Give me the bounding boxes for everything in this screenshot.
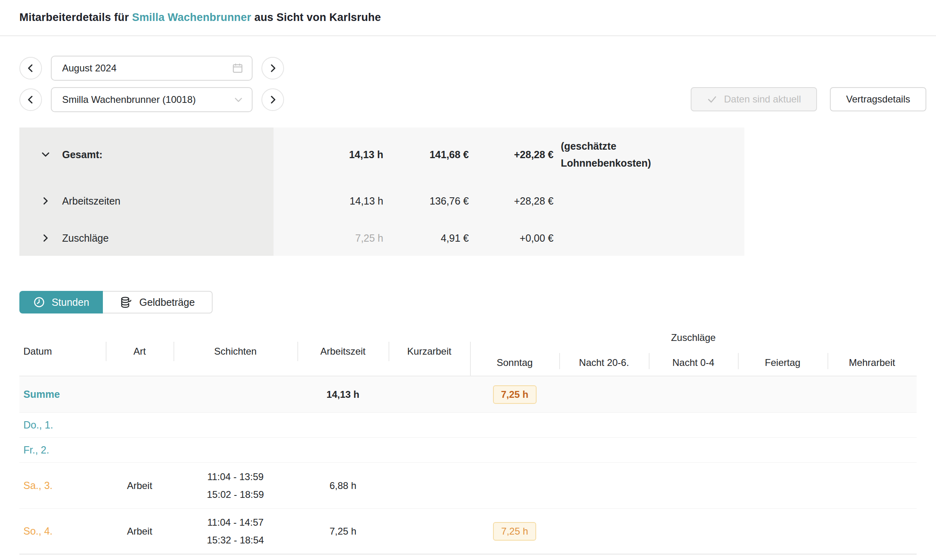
arbeitszeiten-toggle[interactable]: Arbeitszeiten (19, 182, 274, 220)
column-divider (827, 353, 828, 369)
arbeitszeiten-hours: 14,13 h (274, 195, 383, 207)
date-link[interactable]: Do., 1. (19, 419, 106, 431)
summary-row-gesamt: Gesamt: 14,13 h 141,68 € +28,28 € (gesch… (19, 127, 744, 182)
summe-arbeitszeit: 14,13 h (297, 389, 389, 400)
column-divider (173, 342, 174, 361)
date-link[interactable]: Fr., 2. (19, 444, 106, 456)
clock-icon (33, 296, 45, 308)
arbeitszeit-cell: 7,25 h (297, 526, 389, 537)
gesamt-toggle[interactable]: Gesamt: (19, 127, 274, 182)
col-header-art: Art (106, 326, 173, 376)
zuschlaege-amount: 4,91 € (383, 232, 469, 244)
col-header-schichten: Schichten (173, 326, 297, 376)
arbeitszeiten-label: Arbeitszeiten (62, 195, 121, 207)
column-divider (297, 342, 298, 361)
month-input[interactable] (62, 63, 227, 74)
column-divider (106, 342, 107, 361)
month-nav-row (19, 56, 926, 81)
art-cell: Arbeit (106, 480, 173, 491)
date-link[interactable]: So., 4. (19, 525, 106, 537)
column-divider (649, 353, 650, 369)
table-row: Do., 1. (19, 413, 917, 438)
col-header-nacht-20-6: Nacht 20-6. (559, 349, 648, 376)
controls-section: Smilla Wachenbrunner (10018) Daten sind … (19, 56, 926, 112)
prev-employee-button[interactable] (19, 88, 42, 111)
col-header-datum: Datum (19, 326, 106, 376)
table-header: Datum Art Schichten Arbeitszeit Kurzarbe… (19, 326, 917, 376)
arbeitszeiten-amount: 136,76 € (383, 195, 469, 207)
column-divider (738, 353, 739, 369)
date-link[interactable]: Sa., 3. (19, 480, 106, 491)
gesamt-amount: 141,68 € (383, 149, 469, 161)
chevron-right-icon (40, 196, 51, 206)
col-header-arbeitszeit: Arbeitszeit (297, 326, 389, 376)
month-picker-field[interactable] (51, 56, 253, 81)
gesamt-extra: +28,28 € (469, 149, 554, 161)
hours-table: Datum Art Schichten Arbeitszeit Kurzarbe… (19, 326, 917, 555)
col-header-mehrarbeit: Mehrarbeit (827, 349, 917, 376)
tab-geldbetraege-label: Geldbeträge (139, 297, 195, 308)
data-current-label: Daten sind aktuell (724, 94, 801, 105)
chevron-right-icon (268, 63, 278, 73)
summary-row-arbeitszeiten: Arbeitszeiten 14,13 h 136,76 € +28,28 € (19, 182, 744, 220)
header-actions: Daten sind aktuell Vertragsdetails (691, 87, 926, 111)
summary-panel: Gesamt: 14,13 h 141,68 € +28,28 € (gesch… (19, 127, 744, 256)
sonntag-total-badge: 7,25 h (493, 385, 537, 404)
chevron-left-icon (26, 63, 36, 73)
chevron-right-icon (40, 233, 51, 243)
view-tabs: Stunden Geldbeträge (19, 291, 936, 313)
summe-label: Summe (19, 389, 106, 400)
sonntag-badge: 7,25 h (493, 522, 536, 541)
summary-row-zuschlaege: Zuschläge 7,25 h 4,91 € +0,00 € (19, 220, 744, 256)
check-icon (707, 94, 717, 104)
group-header-zuschlaege: Zuschläge (470, 326, 917, 349)
shift-interval: 11:04 - 13:59 (173, 468, 297, 486)
title-suffix: aus Sicht von Karlsruhe (251, 11, 381, 23)
gesamt-label: Gesamt: (62, 149, 102, 161)
employee-name-link[interactable]: Smilla Wachenbrunner (132, 11, 251, 23)
art-cell: Arbeit (106, 526, 173, 537)
data-current-button: Daten sind aktuell (691, 87, 817, 111)
chevron-down-icon (233, 94, 244, 105)
schichten-cell: 11:04 - 14:57 15:32 - 18:54 (173, 514, 297, 549)
zuschlaege-hours: 7,25 h (274, 232, 383, 244)
page-title: Mitarbeiterdetails für Smilla Wachenbrun… (19, 11, 381, 24)
table-row-summe: Summe 14,13 h 7,25 h (19, 376, 917, 413)
zuschlaege-column-group: Zuschläge Sonntag Nacht 20-6. Nacht 0-4 … (470, 326, 917, 376)
col-header-kurzarbeit: Kurzarbeit (389, 326, 470, 376)
chevron-right-icon (268, 95, 278, 104)
table-row: So., 4. Arbeit 11:04 - 14:57 15:32 - 18:… (19, 509, 917, 555)
page-header: Mitarbeiterdetails für Smilla Wachenbrun… (0, 0, 936, 36)
gesamt-hours: 14,13 h (274, 149, 383, 161)
zuschlaege-toggle[interactable]: Zuschläge (19, 220, 274, 256)
column-divider (389, 342, 389, 361)
chevron-left-icon (26, 95, 36, 104)
contract-details-label: Vertragsdetails (846, 94, 910, 105)
tab-stunden-label: Stunden (52, 297, 89, 308)
next-employee-button[interactable] (261, 88, 284, 111)
chevron-down-icon (40, 149, 51, 160)
employee-select[interactable]: Smilla Wachenbrunner (10018) (51, 87, 253, 112)
shift-interval: 11:04 - 14:57 (173, 514, 297, 531)
column-divider (559, 353, 560, 369)
shift-interval: 15:02 - 18:59 (173, 486, 297, 504)
title-prefix: Mitarbeiterdetails für (19, 11, 132, 23)
next-month-button[interactable] (261, 57, 284, 79)
table-row: Fr., 2. (19, 438, 917, 463)
prev-month-button[interactable] (19, 57, 42, 79)
employee-select-value: Smilla Wachenbrunner (10018) (62, 94, 228, 105)
gesamt-note: (geschätzte Lohnnebenkosten) (554, 138, 744, 171)
tab-geldbetraege[interactable]: Geldbeträge (103, 291, 213, 313)
schichten-cell: 11:04 - 13:59 15:02 - 18:59 (173, 468, 297, 504)
col-header-sonntag: Sonntag (470, 349, 559, 376)
shift-interval: 15:32 - 18:54 (173, 531, 297, 549)
col-header-nacht-0-4: Nacht 0-4 (649, 349, 738, 376)
contract-details-button[interactable]: Vertragsdetails (830, 87, 926, 111)
arbeitszeiten-extra: +28,28 € (469, 195, 554, 207)
tab-stunden[interactable]: Stunden (19, 291, 103, 313)
col-header-feiertag: Feiertag (738, 349, 827, 376)
arbeitszeit-cell: 6,88 h (297, 480, 389, 491)
coins-icon (120, 296, 133, 309)
zuschlaege-label: Zuschläge (62, 232, 109, 244)
zuschlaege-extra: +0,00 € (469, 232, 554, 244)
